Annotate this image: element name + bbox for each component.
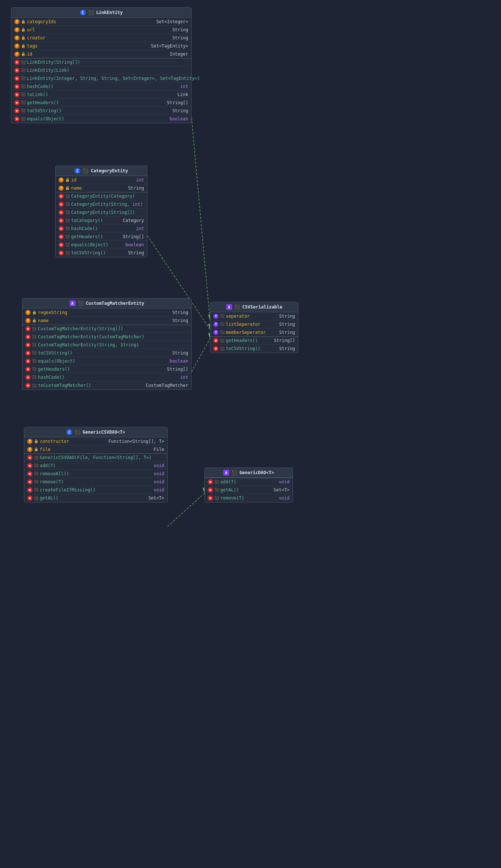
method-name: toCSVString() xyxy=(27,108,168,113)
visibility-icon: ⬛ xyxy=(220,330,224,334)
field-row: f 🔒 tags Set<TagEntity> xyxy=(11,42,191,50)
method-icon: m xyxy=(27,479,32,484)
field-row: f 🔒 name String xyxy=(56,184,147,192)
field-icon: f xyxy=(14,19,20,24)
box-custom-tag-matcher-entity: A ⬛ CustomTagMatcherEntity f 🔒 regexStri… xyxy=(22,298,192,390)
visibility-icon: ⬛ xyxy=(214,480,219,484)
visibility-icon: ⬛ xyxy=(21,117,25,121)
lock-icon: 🔒 xyxy=(21,20,25,24)
field-icon: f xyxy=(59,186,64,191)
method-name: toCSVString() xyxy=(71,250,124,255)
csv-serializable-title: CSVSerializable xyxy=(242,304,282,310)
method-row: m ⬛ add(T) void xyxy=(205,478,292,486)
method-icon: m xyxy=(25,367,31,372)
class-icon: C xyxy=(74,168,80,174)
visibility-icon: ⬛ xyxy=(220,314,224,318)
field-type: Function<String[], T> xyxy=(108,439,164,444)
method-name: toCSVString() xyxy=(38,350,168,356)
box-generic-dao: A ⬛ GenericDAO<T> m ⬛ add(T) void m ⬛ ge… xyxy=(204,467,293,502)
method-type: int xyxy=(180,375,188,380)
method-type: String[] xyxy=(167,367,188,372)
field-type: String xyxy=(172,310,188,315)
method-icon: m xyxy=(27,463,32,468)
method-icon: m xyxy=(59,210,64,215)
method-type: String xyxy=(128,250,144,255)
field-icon: f xyxy=(25,310,31,315)
field-name: regexString xyxy=(38,310,168,315)
method-row: m ⬛ toCustomTagMatcher() CustomTagMatche… xyxy=(22,381,191,389)
link-entity-title: LinkEntity xyxy=(96,10,123,15)
method-name: toCategory() xyxy=(71,218,118,223)
method-row: m ⬛ equals(Object) boolean xyxy=(11,115,191,123)
method-type: Set<T> xyxy=(274,487,290,493)
visibility-icon: ⬛ xyxy=(214,496,219,500)
method-type: String[] xyxy=(167,100,188,105)
field-row: f 🔒 id int xyxy=(56,176,147,184)
field-name: categoryIds xyxy=(27,19,152,24)
method-type: void xyxy=(154,471,164,476)
category-entity-header: C ⬛ CategoryEntity xyxy=(56,166,147,176)
field-icon: f xyxy=(27,439,32,444)
custom-tag-header: A ⬛ CustomTagMatcherEntity xyxy=(22,299,191,308)
field-row: f 🔒 name String xyxy=(22,317,191,325)
field-type: String xyxy=(128,186,144,191)
method-name: CustomTagMatcherEntity(CustomTagMatcher) xyxy=(38,334,188,339)
field-type: String xyxy=(172,27,188,32)
field-name: constructor xyxy=(40,439,104,444)
field-type: int xyxy=(136,177,144,183)
field-row: f ⬛ seperator String xyxy=(210,312,298,320)
method-name: GenericCSVDAO(File, Function<String[], T… xyxy=(40,455,164,460)
visibility-icon: ⬛ xyxy=(74,430,80,435)
method-row: m ⬛ getHeaders() String[] xyxy=(11,99,191,107)
visibility-icon: ⬛ xyxy=(32,359,36,363)
method-icon: m xyxy=(59,226,64,231)
method-row: m ⬛ getHeaders() String[] xyxy=(56,233,147,241)
visibility-icon: ⬛ xyxy=(32,367,36,371)
method-type: void xyxy=(279,495,290,501)
method-row: m ⬛ hashCode() int xyxy=(56,225,147,233)
visibility-icon: ⬛ xyxy=(88,10,94,15)
svg-line-4 xyxy=(192,339,210,372)
method-type: void xyxy=(279,479,290,484)
field-name: memberSeperator xyxy=(226,330,275,335)
method-icon: m xyxy=(14,76,20,81)
svg-line-0 xyxy=(192,118,210,320)
method-icon: m xyxy=(25,334,31,339)
method-icon: m xyxy=(208,495,213,501)
visibility-icon: ⬛ xyxy=(83,168,88,174)
method-name: CategoryEntity(String[]) xyxy=(71,210,144,215)
visibility-icon: ⬛ xyxy=(34,472,38,476)
visibility-icon: ⬛ xyxy=(34,463,38,467)
visibility-icon: ⬛ xyxy=(21,92,25,96)
visibility-icon: ⬛ xyxy=(65,234,70,239)
method-name: hashCode() xyxy=(27,84,176,89)
method-row: m ⬛ equals(Object) boolean xyxy=(22,357,191,365)
visibility-icon: ⬛ xyxy=(21,109,25,113)
method-row: m ⬛ removeAll() void xyxy=(24,470,167,478)
method-row: m ⬛ equals(Object) boolean xyxy=(56,241,147,249)
generic-dao-title: GenericDAO<T> xyxy=(239,470,274,475)
method-name: CustomTagMatcherEntity(String, String) xyxy=(38,342,188,347)
field-row: f 🔒 regexString String xyxy=(22,308,191,317)
generic-dao-header: A ⬛ GenericDAO<T> xyxy=(205,468,292,478)
method-name: getAL() xyxy=(40,495,144,501)
method-type: void xyxy=(154,463,164,468)
visibility-icon: ⬛ xyxy=(21,68,25,72)
method-icon: m xyxy=(27,455,32,460)
visibility-icon: ⬛ xyxy=(32,375,36,379)
visibility-icon: ⬛ xyxy=(32,351,36,355)
field-name: name xyxy=(38,318,168,323)
method-row: m ⬛ CustomTagMatcherEntity(CustomTagMatc… xyxy=(22,333,191,341)
visibility-icon: ⬛ xyxy=(21,84,25,88)
method-name: CategoryEntity(String, int) xyxy=(71,202,144,207)
method-name: CategoryEntity(Category) xyxy=(71,194,144,199)
method-icon: m xyxy=(14,116,20,121)
field-icon: f xyxy=(14,35,20,40)
field-type: Set<TagEntity> xyxy=(151,43,188,49)
lock-icon: 🔒 xyxy=(32,318,36,322)
method-type: int xyxy=(180,84,188,89)
method-type: Category xyxy=(123,218,144,223)
visibility-icon: ⬛ xyxy=(34,480,38,484)
method-type: int xyxy=(136,226,144,231)
lock-icon: 🔒 xyxy=(21,36,25,40)
